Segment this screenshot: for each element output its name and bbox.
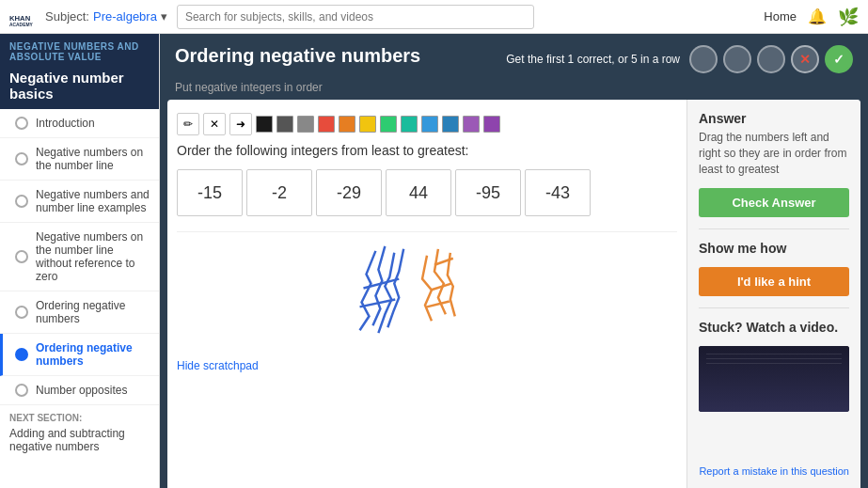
sidebar-item-introduction[interactable]: Introduction xyxy=(0,109,159,138)
exercise-subtitle: Put negative integers in order xyxy=(160,81,868,100)
sidebar-item-label: Negative numbers on the number line xyxy=(36,146,150,172)
sidebar: NEGATIVE NUMBERS AND ABSOLUTE VALUE Nega… xyxy=(0,34,160,488)
sidebar-items: Introduction Negative numbers on the num… xyxy=(0,109,159,405)
progress-text: Get the first 1 correct, or 5 in a row xyxy=(506,53,680,66)
number-row: -15 -2 -29 44 -95 -43 xyxy=(177,169,677,216)
clear-button[interactable]: ✕ xyxy=(203,113,226,135)
number-box-4[interactable]: -95 xyxy=(455,169,521,216)
color-swatch-purple[interactable] xyxy=(463,116,480,133)
drawing-toolbar: ✏ ✕ ➜ xyxy=(177,109,677,143)
progress-area: Get the first 1 correct, or 5 in a row ✕… xyxy=(506,45,853,73)
progress-circle xyxy=(15,152,28,165)
color-swatch-dark-gray[interactable] xyxy=(276,116,293,133)
progress-circle-x: ✕ xyxy=(791,45,819,73)
leaf-icon: 🌿 xyxy=(838,7,859,27)
question-text: Order the following integers from least … xyxy=(177,143,677,158)
answer-title: Answer xyxy=(699,111,849,126)
orange-drawing xyxy=(422,249,455,321)
content-area: Ordering negative numbers Get the first … xyxy=(160,34,868,488)
color-swatch-black[interactable] xyxy=(256,116,273,133)
color-swatch-light-blue[interactable] xyxy=(421,116,438,133)
exercise-main: ✏ ✕ ➜ Order the fol xyxy=(167,100,687,488)
search-input[interactable] xyxy=(177,5,534,29)
sidebar-item-label: Negative numbers and number line example… xyxy=(36,188,150,214)
sidebar-item-number-line-examples[interactable]: Negative numbers and number line example… xyxy=(0,181,159,223)
scratchpad-area[interactable] xyxy=(177,231,677,354)
color-swatch-teal[interactable] xyxy=(401,116,418,133)
sidebar-item-number-line[interactable]: Negative numbers on the number line xyxy=(0,138,159,181)
color-swatch-dark-purple[interactable] xyxy=(483,116,500,133)
progress-circle-3 xyxy=(757,45,785,73)
hide-scratchpad-link[interactable]: Hide scratchpad xyxy=(177,354,259,372)
progress-circle-active xyxy=(15,348,28,361)
report-mistake-link[interactable]: Report a mistake in this question xyxy=(699,465,849,477)
answer-panel: Answer Drag the numbers left and right s… xyxy=(687,100,860,488)
number-box-0[interactable]: -15 xyxy=(177,169,243,216)
divider-2 xyxy=(699,307,849,308)
number-box-5[interactable]: -43 xyxy=(525,169,591,216)
progress-circle-check: ✓ xyxy=(825,45,853,73)
show-me-how-label: Show me how xyxy=(699,241,849,256)
color-swatch-green[interactable] xyxy=(380,116,397,133)
next-section-title: Adding and subtracting negative numbers xyxy=(0,425,159,461)
progress-circle xyxy=(15,250,28,263)
subject-selector: Subject: Pre-algebra ▾ xyxy=(45,9,167,24)
progress-circle xyxy=(15,117,28,130)
sidebar-item-label: Number opposites xyxy=(36,384,127,397)
sidebar-item-opposites[interactable]: Number opposites xyxy=(0,376,159,405)
divider-1 xyxy=(699,228,849,229)
sidebar-section-header: NEGATIVE NUMBERS AND ABSOLUTE VALUE xyxy=(0,34,159,66)
khan-logo-svg: KHAN ACADEMY xyxy=(9,8,36,26)
top-navigation: KHAN ACADEMY Subject: Pre-algebra ▾ Home… xyxy=(0,0,868,34)
exercise-header: Ordering negative numbers Get the first … xyxy=(160,34,868,81)
blue-drawing xyxy=(360,246,404,333)
home-link[interactable]: Home xyxy=(764,9,797,24)
video-lines xyxy=(706,354,842,364)
color-swatch-red[interactable] xyxy=(318,116,335,133)
bell-icon[interactable]: 🔔 xyxy=(808,8,827,25)
nav-links: Home 🔔 🌿 xyxy=(764,7,859,27)
sidebar-item-label: Ordering negative numbers xyxy=(36,341,150,368)
color-swatch-orange[interactable] xyxy=(339,116,355,133)
sidebar-item-label: Introduction xyxy=(36,117,95,130)
main-layout: NEGATIVE NUMBERS AND ABSOLUTE VALUE Nega… xyxy=(0,34,868,488)
hint-button[interactable]: I'd like a hint xyxy=(699,267,849,296)
pencil-tool-button[interactable]: ✏ xyxy=(177,113,199,135)
subject-label: Subject: xyxy=(45,9,89,24)
sidebar-item-no-ref-zero[interactable]: Negative numbers on the number line with… xyxy=(0,223,159,291)
number-box-1[interactable]: -2 xyxy=(246,169,312,216)
svg-text:ACADEMY: ACADEMY xyxy=(9,22,33,25)
color-swatch-blue[interactable] xyxy=(442,116,459,133)
sidebar-item-ordering-active[interactable]: Ordering negative numbers xyxy=(0,334,159,376)
svg-text:KHAN: KHAN xyxy=(9,14,31,23)
dropdown-arrow-icon[interactable]: ▾ xyxy=(161,9,167,24)
sidebar-item-label: Negative numbers on the number line with… xyxy=(36,230,150,283)
color-swatch-gray[interactable] xyxy=(297,116,314,133)
sidebar-item-ordering-1[interactable]: Ordering negative numbers xyxy=(0,291,159,334)
check-answer-button[interactable]: Check Answer xyxy=(699,188,849,217)
sidebar-item-label: Ordering negative numbers xyxy=(36,299,150,325)
progress-circle xyxy=(15,384,28,397)
color-swatch-yellow[interactable] xyxy=(359,116,376,133)
khan-logo: KHAN ACADEMY xyxy=(9,8,36,26)
video-thumbnail[interactable]: ▶ Ordering negative number xyxy=(699,346,849,412)
arrow-tool-button[interactable]: ➜ xyxy=(229,113,252,135)
answer-description: Drag the numbers left and right so they … xyxy=(699,130,849,177)
stuck-title: Stuck? Watch a video. xyxy=(699,320,849,335)
drawing-canvas[interactable] xyxy=(177,232,677,354)
sidebar-section-title: Negative number basics xyxy=(0,66,159,109)
exercise-content: ✏ ✕ ➜ Order the fol xyxy=(167,100,860,488)
number-box-3[interactable]: 44 xyxy=(386,169,451,216)
progress-circle xyxy=(15,195,28,208)
progress-circle-1 xyxy=(689,45,718,73)
subject-link[interactable]: Pre-algebra xyxy=(93,9,157,24)
exercise-title-block: Ordering negative numbers xyxy=(175,45,420,67)
number-box-2[interactable]: -29 xyxy=(316,169,382,216)
progress-circle xyxy=(15,306,28,319)
exercise-title: Ordering negative numbers xyxy=(175,45,420,67)
next-section-label: NEXT SECTION: xyxy=(0,405,159,425)
progress-circle-2 xyxy=(723,45,751,73)
